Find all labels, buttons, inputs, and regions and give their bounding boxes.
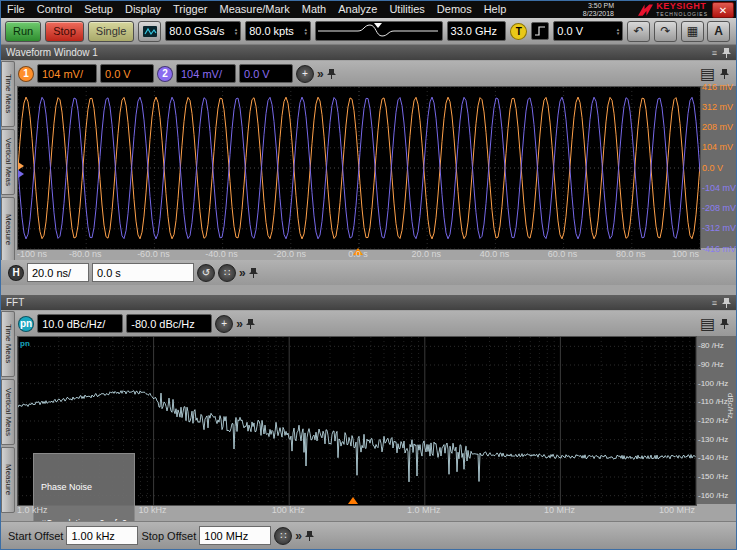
reset-position-button[interactable]: ↺ xyxy=(197,264,215,282)
channel-2-offset-field[interactable]: 0.0 V xyxy=(239,64,293,83)
fft-y-label: -130 /Hz xyxy=(698,435,728,444)
waveform-x-label: 100 ns xyxy=(653,249,699,259)
display-settings-button[interactable] xyxy=(138,21,161,42)
waveform-y-label: 0.0 V xyxy=(702,163,723,173)
menu-control[interactable]: Control xyxy=(31,1,78,18)
trigger-position-widget[interactable] xyxy=(315,21,443,41)
menu-math[interactable]: Math xyxy=(296,1,332,18)
clock-time: 3:50 PM xyxy=(583,2,614,10)
fft-y-label: -150 /Hz xyxy=(698,472,728,481)
pin-icon[interactable] xyxy=(722,47,731,59)
menu-display[interactable]: Display xyxy=(119,1,167,18)
channel-1-scale-field[interactable]: 104 mV/ xyxy=(37,64,97,83)
trigger-badge[interactable]: T xyxy=(510,23,527,40)
waveform-display[interactable] xyxy=(17,86,701,250)
pin-icon[interactable] xyxy=(249,267,258,279)
menu-icon[interactable]: ≡ xyxy=(712,298,717,308)
bandwidth-field[interactable]: 33.0 GHz xyxy=(447,21,507,41)
fft-scale-field[interactable]: 10.0 dBc/Hz/ xyxy=(37,314,123,333)
horizontal-badge[interactable]: H xyxy=(8,265,24,281)
window-icon[interactable]: ▤ xyxy=(700,314,715,333)
waveform-y-label: 312 mV xyxy=(702,102,733,112)
waveform-y-label: -312 mV xyxy=(702,223,736,233)
channel-2-badge[interactable]: 2 xyxy=(157,66,173,82)
expand-icon[interactable]: » xyxy=(317,67,324,81)
menu-help[interactable]: Help xyxy=(478,1,513,18)
autoscale-button[interactable]: A xyxy=(707,21,730,42)
side-tab-measure[interactable]: Measure xyxy=(1,197,15,263)
spinner-icon[interactable]: ▴▾ xyxy=(304,27,307,35)
pin-icon[interactable] xyxy=(327,68,336,80)
pin-icon[interactable] xyxy=(305,530,314,542)
stop-offset-field[interactable]: 100 MHz xyxy=(199,526,271,545)
menu-icon[interactable]: ≡ xyxy=(712,48,717,58)
fft-frequency-marker[interactable] xyxy=(348,497,358,504)
pin-icon[interactable] xyxy=(722,297,731,309)
single-button[interactable]: Single xyxy=(88,21,135,42)
spinner-icon[interactable]: ▴▾ xyxy=(617,27,620,35)
side-tab-time-meas[interactable]: Time Meas xyxy=(1,311,15,377)
start-offset-field[interactable]: 1.00 kHz xyxy=(66,526,138,545)
menu-file[interactable]: File xyxy=(1,1,31,18)
channel1-ground-marker[interactable] xyxy=(18,162,24,170)
side-tab-measure[interactable]: Measure xyxy=(1,447,15,513)
fft-y-label: -110 /Hz xyxy=(698,397,728,406)
waveform-y-label: -208 mV xyxy=(702,203,736,213)
side-tab-vertical-meas[interactable]: Vertical Meas xyxy=(1,129,15,195)
undo-button[interactable]: ↶ xyxy=(627,21,650,42)
fft-window-header[interactable]: FFT ≡ xyxy=(1,295,736,310)
stop-button[interactable]: Stop xyxy=(45,21,84,42)
menu-setup[interactable]: Setup xyxy=(78,1,119,18)
spinner-icon[interactable]: ▴▾ xyxy=(235,27,238,35)
add-icon: + xyxy=(302,68,308,79)
waveform-x-label: 60.0 ns xyxy=(539,249,587,259)
grid-layout-button[interactable]: ▦ xyxy=(681,21,704,42)
side-tab-vertical-meas[interactable]: Vertical Meas xyxy=(1,379,15,445)
menu-measure-mark[interactable]: Measure/Mark xyxy=(213,1,295,18)
add-channel-button[interactable]: + xyxy=(215,315,233,333)
pin-icon[interactable] xyxy=(720,318,729,330)
trigger-level-field[interactable]: 0.0 V ▴▾ xyxy=(553,21,623,41)
timebase-scale-field[interactable]: 20.0 ns/ xyxy=(27,263,89,282)
more-options-button[interactable]: ∷ xyxy=(218,264,236,282)
channel-1-badge[interactable]: 1 xyxy=(18,66,34,82)
menu-utilities[interactable]: Utilities xyxy=(383,1,430,18)
memory-depth-field[interactable]: 80.0 kpts ▴▾ xyxy=(245,21,311,41)
channel-2-trace[interactable] xyxy=(18,97,700,239)
menu-bar: FileControlSetupDisplayTriggerMeasure/Ma… xyxy=(1,1,736,18)
pin-icon[interactable] xyxy=(246,318,255,330)
channel2-ground-marker[interactable] xyxy=(18,170,24,178)
waveform-window-header[interactable]: Waveform Window 1 ≡ xyxy=(1,45,736,60)
waveform-x-label: 0.0 s xyxy=(334,249,382,259)
waveform-y-label: -416 mV xyxy=(702,244,736,254)
menu-demos[interactable]: Demos xyxy=(431,1,478,18)
redo-button[interactable]: ↷ xyxy=(654,21,677,42)
run-button[interactable]: Run xyxy=(5,21,41,42)
phase-noise-badge[interactable]: pn xyxy=(18,316,34,332)
channel-bar: 1104 mV/0.0 V2104 mV/0.0 V + » ▤ xyxy=(15,61,736,86)
pin-icon[interactable] xyxy=(720,68,729,80)
fft-x-label: 10 MHz xyxy=(535,505,583,515)
expand-icon[interactable]: » xyxy=(295,529,302,543)
brand-name: KEYSIGHT xyxy=(656,2,708,11)
more-options-button[interactable]: ∷ xyxy=(274,527,292,545)
menu-analyze[interactable]: Analyze xyxy=(332,1,383,18)
side-tab-time-meas[interactable]: Time Meas xyxy=(1,61,15,127)
waveform-y-label: -104 mV xyxy=(702,183,736,193)
channel-2-scale-field[interactable]: 104 mV/ xyxy=(176,64,236,83)
trigger-edge-icon[interactable] xyxy=(531,22,549,40)
fft-y-label: -90 /Hz xyxy=(698,360,724,369)
fft-reference-marker[interactable]: pn xyxy=(20,339,30,348)
fft-offset-field[interactable]: -80.0 dBc/Hz xyxy=(126,314,212,333)
window-icon[interactable]: ▤ xyxy=(700,64,715,83)
fft-bar-right-icons: ▤ xyxy=(700,314,733,333)
expand-icon[interactable]: » xyxy=(236,317,243,331)
channel-1-offset-field[interactable]: 0.0 V xyxy=(100,64,154,83)
menu-trigger[interactable]: Trigger xyxy=(167,1,213,18)
add-channel-button[interactable]: + xyxy=(296,65,314,83)
timebase-position-field[interactable]: 0.0 s xyxy=(92,263,194,282)
expand-icon[interactable]: » xyxy=(239,266,246,280)
close-button[interactable]: ✕ xyxy=(712,2,734,18)
add-icon: + xyxy=(221,318,227,329)
sample-rate-field[interactable]: 80.0 GSa/s ▴▾ xyxy=(165,21,241,41)
